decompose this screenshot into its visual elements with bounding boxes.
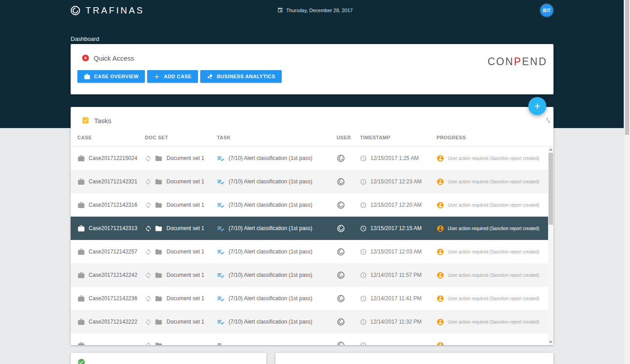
page-scrollbar[interactable]: [624, 0, 630, 364]
sync-icon: [145, 178, 152, 185]
folder-icon: [155, 342, 162, 346]
briefcase-icon: [77, 318, 85, 326]
table-scrollbar[interactable]: [548, 146, 554, 345]
task-cell: (7/10) Alert classification (1st pass): [217, 295, 337, 302]
sync-icon: [145, 272, 152, 279]
progress-cell: User action required (Sanction report cr…: [436, 248, 548, 256]
trafinas-user-icon: [337, 294, 345, 303]
folder-icon: [155, 225, 162, 232]
page-scrollbar-thumb[interactable]: [625, 0, 629, 135]
timestamp-label: 12/15/2017 1:25 AM: [370, 155, 418, 161]
sync-icon: [145, 225, 152, 232]
add-fab-button[interactable]: +: [528, 97, 546, 115]
doc-set-label: Document set 1: [166, 225, 204, 231]
briefcase-icon: [77, 178, 85, 186]
doc-set-cell: [145, 342, 217, 346]
playlist-check-icon: [217, 225, 225, 232]
task-cell: (7/10) Alert classification (1st pass): [217, 155, 337, 162]
check-circle-icon: [77, 358, 86, 364]
playlist-check-icon: [217, 318, 225, 326]
scroll-up-arrow[interactable]: [549, 148, 553, 151]
table-row[interactable]: Case201712142316 Document set 1 (7/10): [71, 193, 548, 217]
timestamp-label: 12/14/2017 11:41 PM: [370, 295, 422, 302]
sync-icon: [145, 155, 152, 162]
quick-access-buttons: CASE OVERVIEW ADD CASE BUSINESS ANALYTIC…: [77, 70, 282, 83]
briefcase-icon: [77, 271, 85, 279]
scroll-down-arrow[interactable]: [549, 341, 553, 343]
tasks-header: Tasks: [81, 116, 111, 124]
quick-access-title: Quick Access: [94, 54, 134, 62]
table-row[interactable]: Case201712215024 Document set 1 (7/10): [71, 146, 548, 170]
progress-cell: User action required (Sanction report cr…: [436, 201, 548, 209]
table-row[interactable]: [71, 333, 548, 345]
user-cell: [337, 201, 360, 209]
case-id: Case201712142257: [89, 249, 137, 255]
timestamp-cell: 12/15/2017 12:20 AM: [360, 202, 436, 209]
doc-set-cell: Document set 1: [145, 155, 217, 162]
calendar-icon: [277, 7, 283, 13]
folder-icon: [155, 318, 162, 326]
progress-cell: [436, 342, 548, 346]
plus-icon: [153, 73, 160, 80]
table-row[interactable]: Case201712142313 Document set 1 (7/10): [71, 217, 548, 240]
case-cell: Case201712142321: [77, 178, 145, 186]
clock-icon: [360, 295, 367, 302]
timestamp-label: 12/14/2017 11:57 PM: [370, 272, 422, 278]
conpend-logo-accent: P: [514, 56, 522, 67]
timestamp-cell: 12/14/2017 11:32 PM: [360, 319, 436, 325]
conpend-logo-post: END: [522, 56, 547, 67]
clock-icon: [360, 319, 367, 325]
table-row[interactable]: Case201712142222 Document set 1 (7/10): [71, 310, 548, 333]
case-id: Case201712215024: [89, 155, 137, 161]
doc-set-cell: Document set 1: [145, 318, 217, 326]
playlist-check-icon: [217, 248, 225, 256]
table-row[interactable]: Case201712142236 Document set 1 (7/10): [71, 287, 548, 310]
user-cell: [337, 318, 360, 326]
doc-set-cell: Document set 1: [145, 248, 217, 256]
doc-set-label: Document set 1: [166, 178, 204, 185]
folder-icon: [155, 248, 162, 256]
case-cell: [77, 342, 145, 346]
quick-access-header: Quick Access: [81, 54, 134, 62]
sort-icon[interactable]: [544, 117, 552, 124]
bubble-chart-icon: [207, 73, 213, 80]
progress-label: User action required (Sanction report cr…: [448, 156, 539, 161]
table-row[interactable]: Case201712142257 Document set 1 (7/10): [71, 240, 548, 263]
table-scrollbar-thumb[interactable]: [549, 153, 553, 225]
doc-set-label: Document set 1: [166, 202, 204, 208]
table-row[interactable]: Case201712142242 Document set 1 (7/10): [71, 263, 548, 287]
add-case-button[interactable]: ADD CASE: [147, 70, 198, 83]
doc-set-cell: Document set 1: [145, 201, 217, 209]
case-overview-button[interactable]: CASE OVERVIEW: [77, 70, 145, 83]
user-avatar[interactable]: BIT: [540, 4, 553, 17]
sync-icon: [145, 295, 152, 302]
timestamp-cell: 12/15/2017 12:23 AM: [360, 178, 436, 185]
user-circle-icon: [436, 178, 444, 186]
trafinas-user-icon: [337, 178, 345, 186]
tasks-table-body: Case201712215024 Document set 1 (7/10): [71, 146, 548, 345]
briefcase-icon: [77, 342, 85, 346]
task-label: (7/10) Alert classification (1st pass): [229, 295, 312, 302]
column-header-user: USER: [337, 135, 360, 140]
trafinas-user-icon: [337, 341, 345, 346]
progress-label: User action required (Sanction report cr…: [448, 296, 539, 301]
business-analytics-button[interactable]: BUSINESS ANALYTICS: [200, 70, 282, 83]
progress-label: User action required (Sanction report cr…: [448, 203, 539, 208]
user-cell: [337, 341, 360, 346]
table-row[interactable]: Case201712142321 Document set 1 (7/10): [71, 170, 548, 193]
progress-label: User action required (Sanction report cr…: [448, 179, 539, 184]
task-label: (7/10) Alert classification (1st pass): [229, 178, 312, 185]
progress-label: User action required (Sanction report cr…: [448, 249, 539, 254]
folder-icon: [155, 271, 162, 279]
case-id: Case201712142236: [89, 295, 137, 302]
conpend-logo: CONPEND: [487, 56, 547, 68]
case-cell: Case201712142257: [77, 248, 145, 256]
clock-icon: [360, 272, 367, 279]
breadcrumb: Dashboard: [71, 36, 99, 42]
brand-name: TRAFINAS: [86, 5, 144, 16]
doc-set-cell: Document set 1: [145, 271, 217, 279]
briefcase-icon: [77, 248, 85, 256]
task-label: (7/10) Alert classification (1st pass): [229, 202, 312, 208]
user-circle-icon: [436, 248, 444, 256]
user-cell: [337, 178, 360, 186]
